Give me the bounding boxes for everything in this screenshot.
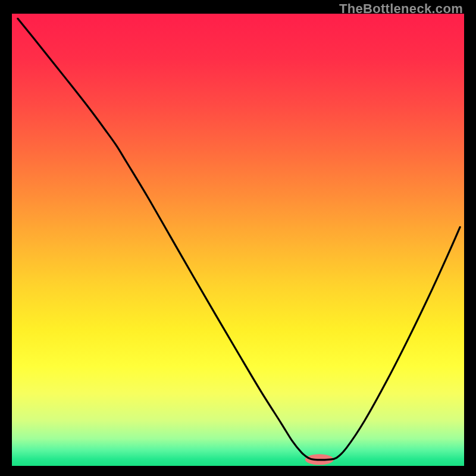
chart-frame — [12, 14, 464, 466]
chart-svg — [12, 14, 464, 466]
gradient-background — [12, 14, 464, 466]
